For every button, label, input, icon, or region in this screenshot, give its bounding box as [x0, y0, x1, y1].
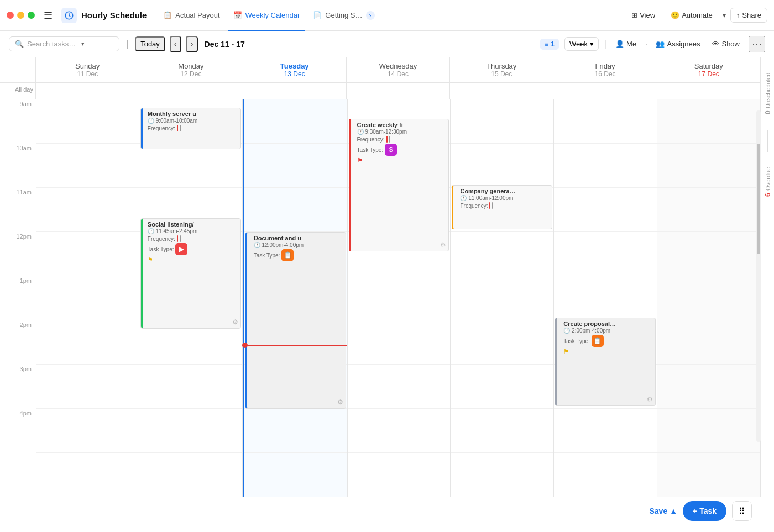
search-box[interactable]: 🔍 Search tasks… ▾ — [9, 36, 119, 51]
days-grid: Monthly server u 🕐 9:00am-10:00am Freque… — [36, 99, 761, 497]
all-day-label: All day — [0, 83, 36, 99]
day-column-saturday[interactable] — [657, 99, 761, 497]
day-header-sunday: Sunday 11 Dec — [36, 57, 139, 82]
search-input-placeholder: Search tasks… — [27, 40, 76, 48]
event-company-general[interactable]: Company genera… 🕐 11:00am-12:00pm Freque… — [452, 185, 552, 229]
event-create-weekly[interactable]: Create weekly fi 🕐 9:30am-12:30pm Freque… — [349, 119, 449, 251]
time-label-3pm: 3pm — [0, 365, 36, 409]
day-column-tuesday[interactable]: Document and u 🕐 12:00pm-4:00pm Task Typ… — [243, 99, 348, 497]
day-column-sunday[interactable] — [36, 99, 139, 497]
share-button[interactable]: ↑ Share — [730, 8, 767, 23]
all-day-thursday[interactable] — [450, 83, 553, 99]
add-task-button[interactable]: + Task — [683, 501, 726, 521]
overdue-label: 6 Overdue — [764, 163, 772, 201]
scrollbar-track[interactable] — [756, 110, 761, 442]
search-icon: 🔍 — [15, 40, 24, 48]
getting-started-icon: 📄 — [313, 11, 322, 19]
traffic-lights — [7, 12, 35, 19]
actual-payout-icon: 📋 — [163, 11, 172, 19]
weekly-calendar-icon: 📅 — [233, 11, 242, 19]
search-chevron-icon: ▾ — [81, 40, 85, 48]
day-column-friday[interactable]: Create proposal… 🕐 2:00pm-4:00pm Task Ty… — [554, 99, 657, 497]
all-day-sunday[interactable] — [36, 83, 139, 99]
assignees-filter[interactable]: 👥 Assignees — [652, 38, 703, 50]
hamburger-button[interactable]: ☰ — [41, 7, 55, 24]
day-header-monday: Monday 12 Dec — [139, 57, 243, 82]
close-traffic-light[interactable] — [7, 12, 14, 19]
event-document[interactable]: Document and u 🕐 12:00pm-4:00pm Task Typ… — [245, 232, 346, 409]
more-options-button[interactable]: ⋯ — [749, 36, 765, 52]
getting-started-nav-icon: › — [366, 11, 375, 20]
chevron-down-icon: ▾ — [723, 12, 726, 19]
scrollbar-thumb[interactable] — [757, 144, 760, 254]
titlebar-actions: ⊞ View 🙂 Automate ▾ ↑ Share — [626, 8, 767, 23]
all-day-tuesday[interactable] — [243, 83, 347, 99]
me-icon: 👤 — [615, 40, 624, 48]
today-button[interactable]: Today — [135, 36, 165, 51]
time-label-4pm: 4pm — [0, 409, 36, 453]
maximize-traffic-light[interactable] — [28, 12, 35, 19]
sidebar-rotated-labels: 0 Unscheduled 6 Overdue — [764, 69, 772, 201]
day-header-wednesday: Wednesday 14 Dec — [347, 57, 450, 82]
calendar-wrapper: Sunday 11 Dec Monday 12 Dec Tuesday 13 D… — [0, 57, 774, 532]
time-grid-scroll[interactable]: 9am 10am 11am 12pm 1pm 2pm 3pm 4pm — [0, 99, 761, 532]
week-chevron-icon: ▾ — [590, 40, 594, 48]
gear-icon-weekly[interactable]: ⚙ — [440, 241, 446, 249]
time-label-2pm: 2pm — [0, 320, 36, 365]
assignees-icon: 👥 — [656, 40, 665, 48]
app-icon — [61, 8, 77, 23]
filter-icon: ≡ — [545, 40, 548, 48]
day-headers: Sunday 11 Dec Monday 12 Dec Tuesday 13 D… — [0, 57, 761, 83]
event-create-proposal[interactable]: Create proposal… 🕐 2:00pm-4:00pm Task Ty… — [555, 318, 656, 406]
task-type-clipboard2-icon: 📋 — [592, 335, 604, 347]
grid-dots-button[interactable]: ⠿ — [732, 501, 752, 521]
save-chevron-icon: ▲ — [670, 507, 677, 515]
automate-button[interactable]: 🙂 Automate — [665, 8, 718, 22]
day-header-friday: Friday 16 Dec — [553, 57, 657, 82]
view-button[interactable]: ⊞ View — [626, 8, 661, 22]
app-title: Hourly Schedule — [81, 10, 147, 20]
view-icon: ⊞ — [631, 11, 637, 19]
share-icon: ↑ — [736, 11, 740, 19]
date-range: Dec 11 - 17 — [205, 40, 245, 49]
time-label-12pm: 12pm — [0, 232, 36, 276]
time-label-1pm: 1pm — [0, 276, 36, 320]
all-day-wednesday[interactable] — [347, 83, 450, 99]
week-selector[interactable]: Week ▾ — [564, 37, 599, 51]
next-week-button[interactable]: › — [186, 36, 197, 52]
day-column-thursday[interactable]: Company genera… 🕐 11:00am-12:00pm Freque… — [451, 99, 554, 497]
tab-weekly-calendar[interactable]: 📅 Weekly Calendar — [228, 6, 306, 25]
time-gutter-header — [0, 57, 36, 82]
task-type-clipboard-icon: 📋 — [281, 249, 294, 261]
time-gutter: 9am 10am 11am 12pm 1pm 2pm 3pm 4pm — [0, 99, 36, 497]
save-button[interactable]: Save ▲ — [650, 507, 678, 515]
task-type-dollar-icon: $ — [385, 144, 397, 156]
tab-getting-started-label: Getting S… — [325, 11, 362, 19]
show-button[interactable]: 👁 Show — [709, 38, 743, 50]
time-label-9am: 9am — [0, 99, 36, 144]
event-monthly-server[interactable]: Monthly server u 🕐 9:00am-10:00am Freque… — [140, 108, 241, 149]
tab-actual-payout[interactable]: 📋 Actual Payout — [158, 6, 225, 25]
all-day-saturday[interactable] — [657, 83, 761, 99]
minimize-traffic-light[interactable] — [17, 12, 24, 19]
day-column-monday[interactable]: Monthly server u 🕐 9:00am-10:00am Freque… — [139, 99, 243, 497]
day-header-saturday: Saturday 17 Dec — [657, 57, 761, 82]
me-filter[interactable]: 👤 Me — [612, 38, 640, 50]
day-header-tuesday: Tuesday 13 Dec — [243, 57, 347, 82]
time-label-11am: 11am — [0, 188, 36, 232]
tab-actual-payout-label: Actual Payout — [175, 11, 219, 19]
unscheduled-label: 0 Unscheduled — [764, 69, 772, 119]
all-day-monday[interactable] — [139, 83, 243, 99]
gear-icon[interactable]: ⚙ — [232, 318, 238, 326]
event-social-listening[interactable]: Social listening/ 🕐 11:45am-2:45pm Frequ… — [140, 218, 241, 329]
prev-week-button[interactable]: ‹ — [170, 36, 181, 52]
all-day-friday[interactable] — [553, 83, 657, 99]
gear-icon-document[interactable]: ⚙ — [337, 398, 343, 406]
tab-getting-started[interactable]: 📄 Getting S… › — [307, 6, 380, 25]
gear-icon-proposal[interactable]: ⚙ — [647, 396, 653, 403]
day-header-thursday: Thursday 15 Dec — [450, 57, 553, 82]
day-column-wednesday[interactable]: Create weekly fi 🕐 9:30am-12:30pm Freque… — [348, 99, 451, 497]
filter-badge[interactable]: ≡ 1 — [540, 39, 559, 50]
titlebar: ☰ Hourly Schedule 📋 Actual Payout 📅 Week… — [0, 0, 774, 31]
all-day-row: All day — [0, 83, 761, 99]
